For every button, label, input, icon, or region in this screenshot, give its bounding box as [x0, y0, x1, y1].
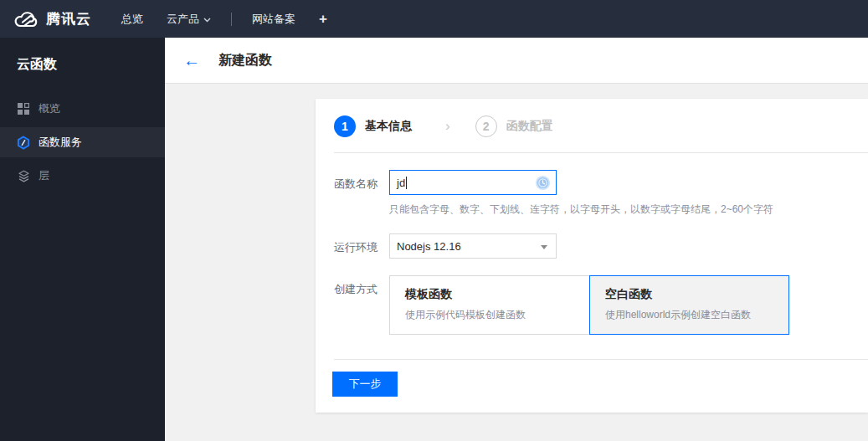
step-separator-icon: ›	[445, 118, 450, 135]
function-name-help: 只能包含字母、数字、下划线、连字符，以字母开头，以数字或字母结尾，2~60个字符	[389, 203, 773, 217]
create-function-panel: 1 基本信息 › 2 函数配置 函数名称 jd	[316, 99, 868, 413]
sidebar-item-function-service[interactable]: 函数服务	[0, 127, 165, 157]
option-title: 模板函数	[405, 287, 574, 302]
scf-hexagon-icon	[17, 136, 30, 149]
function-name-input[interactable]: jd	[389, 170, 557, 195]
basic-info-form: 函数名称 jd 只能	[316, 153, 868, 335]
creation-method-row: 创建方式 模板函数 使用示例代码模板创建函数 空白函数 使用helloworld…	[334, 275, 868, 335]
creation-method-label: 创建方式	[334, 275, 389, 335]
runtime-selected-value: Nodejs 12.16	[397, 240, 461, 253]
option-title: 空白函数	[605, 287, 773, 302]
step-2-circle: 2	[475, 115, 497, 137]
step-1-circle: 1	[334, 115, 356, 137]
option-blank-function[interactable]: 空白函数 使用helloworld示例创建空白函数	[589, 275, 789, 335]
option-desc: 使用示例代码模板创建函数	[405, 308, 574, 322]
top-navigation: 总览 云产品 网站备案 +	[110, 0, 339, 38]
brand-name: 腾讯云	[46, 9, 91, 28]
next-step-button[interactable]: 下一步	[332, 372, 398, 397]
tencent-cloud-logo[interactable]: 腾讯云	[0, 9, 110, 28]
option-desc: 使用helloworld示例创建空白函数	[605, 308, 773, 322]
cloud-logo-icon	[13, 10, 39, 28]
grid-icon	[17, 102, 30, 115]
nav-website-icp[interactable]: 网站备案	[240, 0, 307, 38]
page-header: ← 新建函数	[165, 38, 868, 84]
page-title: 新建函数	[218, 52, 272, 69]
function-name-row: 函数名称 jd 只能	[334, 170, 868, 217]
layers-icon	[17, 169, 30, 182]
topnav-divider	[231, 13, 232, 26]
sidebar-item-label: 概览	[39, 101, 60, 116]
wizard-stepper: 1 基本信息 › 2 函数配置	[316, 99, 868, 152]
sidebar-title: 云函数	[0, 38, 165, 90]
clock-icon	[535, 175, 551, 194]
chevron-down-icon	[203, 13, 211, 25]
text-cursor	[406, 177, 407, 189]
back-arrow-icon[interactable]: ←	[183, 52, 200, 69]
sidebar-item-layers[interactable]: 层	[0, 161, 165, 191]
runtime-row: 运行环境 Nodejs 12.16	[334, 233, 868, 259]
sidebar-item-overview[interactable]: 概览	[0, 94, 165, 124]
sidebar-item-label: 函数服务	[39, 135, 82, 150]
sidebar-item-label: 层	[39, 168, 49, 183]
function-name-value: jd	[397, 177, 405, 189]
step-2-label: 函数配置	[506, 119, 553, 134]
nav-overview[interactable]: 总览	[110, 0, 155, 38]
select-caret-icon	[541, 245, 547, 249]
topbar: 腾讯云 总览 云产品 网站备案 +	[0, 0, 868, 38]
nav-cloud-products[interactable]: 云产品	[155, 0, 223, 38]
add-tab-button[interactable]: +	[307, 0, 339, 38]
content-area: 1 基本信息 › 2 函数配置 函数名称 jd	[165, 84, 868, 441]
option-template-function[interactable]: 模板函数 使用示例代码模板创建函数	[389, 275, 590, 335]
creation-method-options: 模板函数 使用示例代码模板创建函数 空白函数 使用helloworld示例创建空…	[389, 275, 789, 335]
function-name-label: 函数名称	[334, 170, 389, 217]
runtime-label: 运行环境	[334, 233, 389, 259]
sidebar: 云函数 概览 函数服务 层	[0, 38, 165, 441]
step-1-label: 基本信息	[365, 119, 412, 134]
runtime-select[interactable]: Nodejs 12.16	[389, 233, 557, 259]
